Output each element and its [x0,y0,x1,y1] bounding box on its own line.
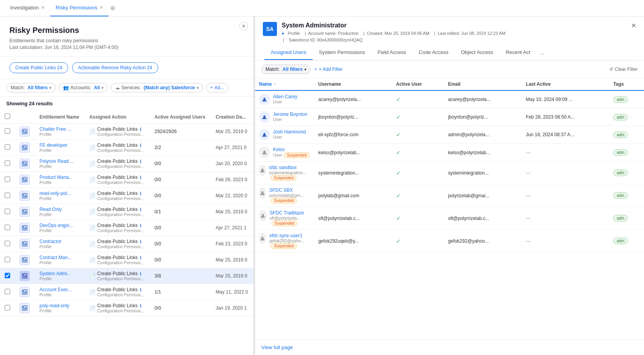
view-full-page-link[interactable]: View full page [255,339,644,355]
info-icon[interactable]: ℹ [140,191,141,196]
tab-field-access[interactable]: Field Access [371,45,412,60]
table-row[interactable]: poly-read-only Profile 📄 Create Public L… [0,300,253,316]
row-checkbox[interactable] [5,177,10,182]
row-checkbox[interactable] [5,144,10,150]
add-tab-button[interactable]: ⊕ [110,4,115,12]
row-checkbox[interactable] [5,160,10,166]
tab-investigation[interactable]: Investigation ✕ [5,0,50,16]
user-name[interactable]: SFDC SBX [269,187,310,193]
row-icon-cell [15,140,35,156]
tab-investigation-close[interactable]: ✕ [41,5,45,10]
tab-more-button[interactable]: ... [537,46,547,59]
tab-code-access[interactable]: Code Access [412,45,455,60]
info-icon[interactable]: ℹ [140,127,141,132]
user-name[interactable]: Jerome Boynton [273,112,307,117]
row-checkbox-cell[interactable] [0,204,15,220]
row-checkbox-cell[interactable] [0,124,15,140]
match-filter-chip[interactable]: Match: All filters ▾ [6,83,56,92]
row-checkbox-cell[interactable] [0,156,15,172]
row-checkbox-cell[interactable] [0,236,15,252]
user-name[interactable]: SFDC Trailblaze [270,210,311,216]
users-match-filter[interactable]: Match: All filters ▾ [261,65,311,74]
services-filter-chip[interactable]: ☁ Services: (Match any) Salesforce ▾ [111,83,203,92]
actionable-remove-button[interactable]: Actionable Remove Risky Action 24 [72,62,158,73]
row-checkbox-cell[interactable] [0,220,15,236]
row-checkbox[interactable] [5,273,10,278]
info-icon[interactable]: ℹ [140,287,141,292]
tab-assigned-users[interactable]: Assigned Users [264,45,313,60]
row-checkbox[interactable] [5,257,10,262]
row-checkbox-cell[interactable] [0,188,15,204]
info-icon[interactable]: ℹ [140,223,141,228]
users-count: 0/0 [155,257,161,263]
entitlement-type-text: Profile [40,196,80,201]
entitlement-name-text: poly-read-only [40,303,80,308]
row-checkbox[interactable] [5,289,10,294]
row-checkbox[interactable] [5,305,10,310]
user-name[interactable]: Allen Carey [273,94,297,99]
user-active-cell: ✓ [392,90,444,108]
panel-close-button[interactable]: ✕ [239,22,248,31]
accounts-filter-chip[interactable]: 👥 Accounts: All ▾ [59,83,108,92]
row-checkbox-cell[interactable] [0,172,15,188]
row-checkbox-cell[interactable] [0,252,15,268]
row-checkbox-cell[interactable] [0,300,15,316]
user-lastactive-cell: — [522,144,609,162]
row-checkbox[interactable] [5,241,10,246]
user-row[interactable]: Jerome Boynton User jboynton@polyriz... … [255,108,644,126]
info-icon[interactable]: ℹ [140,159,141,164]
user-name-cell: sfdc-sync-user1 gefok292@yaho...Suspende… [255,230,314,252]
user-row[interactable]: Kelso UserSuspended kelso@polyrizelab...… [255,144,644,162]
row-checkbox[interactable] [5,209,10,214]
row-checkbox-cell[interactable] [0,140,15,156]
user-row[interactable]: sfdc-sync-user1 gefok292@yaho...Suspende… [255,230,644,252]
table-row[interactable]: DevOps engin... Profile 📄 Create Public … [0,220,253,236]
user-row[interactable]: SFDC Trailblaze sft@polyrizela...Suspend… [255,207,644,230]
user-row[interactable]: SFDC SBX polyrizelab@gm...Suspended poly… [255,184,644,207]
info-icon[interactable]: ℹ [140,255,141,260]
table-row[interactable]: Product Mana... Profile 📄 Create Public … [0,172,253,188]
user-row[interactable]: Josh Hammond User eli-xpfz@force.com ✓ a… [255,126,644,144]
user-name[interactable]: Josh Hammond [273,129,306,135]
table-row[interactable]: FE developer Profile 📄 Create Public Lin… [0,140,253,156]
info-icon[interactable]: ℹ [140,143,141,148]
info-icon[interactable]: ℹ [140,303,141,308]
table-row[interactable]: Read Only Profile 📄 Create Public Links … [0,204,253,220]
info-icon[interactable]: ℹ [140,207,141,212]
user-row[interactable]: sfdc sandbox systemintegration...Suspend… [255,162,644,184]
table-row[interactable]: read-only-pol... Profile 📄 Create Public… [0,188,253,204]
users-clear-filter-button[interactable]: ↺ Clear Filter [609,67,638,72]
table-row[interactable]: Account Exec... Profile 📄 Create Public … [0,284,253,300]
user-type: sft@polyrizela...Suspended [270,216,311,226]
tab-risky-permissions-close[interactable]: ✕ [99,5,103,10]
table-row[interactable]: Contractor Profile 📄 Create Public Links… [0,236,253,252]
users-add-filter-button[interactable]: + + Add Filter [315,67,343,72]
add-filter-chip[interactable]: + Ad... [206,83,229,92]
select-all-checkbox[interactable] [5,114,10,119]
user-name[interactable]: Kelso [273,147,310,152]
row-checkbox-cell[interactable] [0,284,15,300]
user-row[interactable]: Allen Carey User acarey@polyrizela... ✓ … [255,90,644,108]
info-icon[interactable]: ℹ [140,271,141,276]
table-row[interactable]: Polyrize Read ... Profile 📄 Create Publi… [0,156,253,172]
row-checkbox[interactable] [5,128,10,134]
create-public-links-button[interactable]: Create Public Links 24 [9,62,68,73]
row-checkbox[interactable] [5,193,10,198]
info-icon[interactable]: ℹ [140,239,141,244]
info-icon[interactable]: ℹ [140,175,141,180]
tab-system-permissions[interactable]: System Permissions [313,45,371,60]
svg-rect-3 [25,132,27,132]
table-row[interactable]: System Admi... Profile 📄 Create Public L… [0,268,253,284]
row-checkbox-cell[interactable] [0,268,15,284]
user-name[interactable]: sfdc sandbox [269,165,311,170]
detail-close-button[interactable]: ✕ [631,22,636,29]
svg-rect-28 [25,212,27,213]
services-filter-prefix: Services: [121,85,142,90]
user-name[interactable]: sfdc-sync-user1 [269,233,310,238]
table-row[interactable]: Chatter Free ... Profile 📄 Create Public… [0,124,253,140]
tab-object-access[interactable]: Object Access [455,45,499,60]
tab-recent-act[interactable]: Recent Act [499,45,537,60]
tab-risky-permissions[interactable]: Risky Permissions ✕ [50,0,109,16]
table-row[interactable]: Contract Man... Profile 📄 Create Public … [0,252,253,268]
row-checkbox[interactable] [5,225,10,230]
